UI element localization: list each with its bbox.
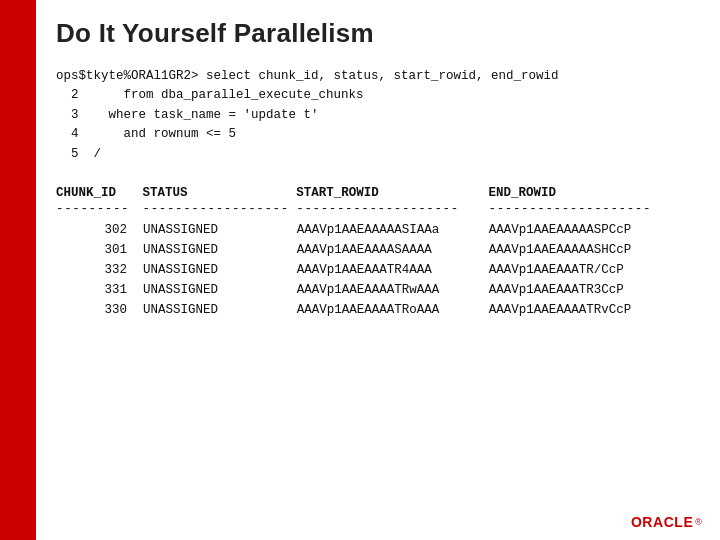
cell-start-rowid: AAAVp1AAEAAAASAAAA (297, 240, 489, 260)
results-table: CHUNK_ID STATUS START_ROWID END_ROWID --… (56, 186, 700, 320)
table-row: 301UNASSIGNEDAAAVp1AAEAAAASAAAAAAAVp1AAE… (56, 240, 700, 260)
main-content: Do It Yourself Parallelism ops$tkyte%ORA… (36, 0, 720, 540)
code-line-4: 4 and rownum <= 5 (56, 125, 700, 144)
cell-start-rowid: AAAVp1AAEAAAATRoAAA (297, 300, 489, 320)
header-start-rowid: START_ROWID (296, 186, 488, 200)
cell-end-rowid: AAAVp1AAEAAATR/CcP (489, 260, 700, 280)
oracle-registered-mark: ® (695, 517, 702, 527)
table-separator: --------- ------------------ -----------… (56, 202, 700, 216)
sep-start-rowid: -------------------- (296, 202, 488, 216)
code-line-5: 5 / (56, 145, 700, 164)
cell-chunk-id: 301 (56, 240, 143, 260)
table-row: 331UNASSIGNEDAAAVp1AAEAAAATRwAAAAAAVp1AA… (56, 280, 700, 300)
code-line-1: ops$tkyte%ORAl1GR2> select chunk_id, sta… (56, 67, 700, 86)
cell-start-rowid: AAAVp1AAEAAAAASIAAa (297, 220, 489, 240)
page-title: Do It Yourself Parallelism (56, 18, 700, 49)
table-row: 332UNASSIGNEDAAAVp1AAEAAATR4AAAAAAVp1AAE… (56, 260, 700, 280)
oracle-logo: ORACLE® (631, 514, 702, 530)
cell-status: UNASSIGNED (143, 240, 297, 260)
cell-end-rowid: AAAVp1AAEAAAAASPCcP (489, 220, 700, 240)
cell-status: UNASSIGNED (143, 260, 297, 280)
sep-chunk-id: --------- (56, 202, 143, 216)
cell-chunk-id: 302 (56, 220, 143, 240)
cell-status: UNASSIGNED (143, 300, 297, 320)
sql-code-block: ops$tkyte%ORAl1GR2> select chunk_id, sta… (56, 67, 700, 164)
sep-end-rowid: -------------------- (489, 202, 700, 216)
cell-chunk-id: 331 (56, 280, 143, 300)
cell-status: UNASSIGNED (143, 280, 297, 300)
oracle-name: ORACLE (631, 514, 693, 530)
sep-status: ------------------ (143, 202, 297, 216)
red-sidebar-bar (0, 0, 36, 540)
cell-end-rowid: AAAVp1AAEAAATR3CcP (489, 280, 700, 300)
table-body: 302UNASSIGNEDAAAVp1AAEAAAAASIAAaAAAVp1AA… (56, 220, 700, 320)
cell-end-rowid: AAAVp1AAEAAAATRvCcP (489, 300, 700, 320)
table-row: 330UNASSIGNEDAAAVp1AAEAAAATRoAAAAAAVp1AA… (56, 300, 700, 320)
cell-chunk-id: 330 (56, 300, 143, 320)
cell-status: UNASSIGNED (143, 220, 297, 240)
header-end-rowid: END_ROWID (489, 186, 700, 200)
table-header: CHUNK_ID STATUS START_ROWID END_ROWID (56, 186, 700, 200)
code-line-3: 3 where task_name = 'update t' (56, 106, 700, 125)
cell-start-rowid: AAAVp1AAEAAATR4AAA (297, 260, 489, 280)
code-line-2: 2 from dba_parallel_execute_chunks (56, 86, 700, 105)
header-status: STATUS (143, 186, 297, 200)
cell-end-rowid: AAAVp1AAEAAAAASHCcP (489, 240, 700, 260)
table-row: 302UNASSIGNEDAAAVp1AAEAAAAASIAAaAAAVp1AA… (56, 220, 700, 240)
header-chunk-id: CHUNK_ID (56, 186, 143, 200)
cell-start-rowid: AAAVp1AAEAAAATRwAAA (297, 280, 489, 300)
cell-chunk-id: 332 (56, 260, 143, 280)
